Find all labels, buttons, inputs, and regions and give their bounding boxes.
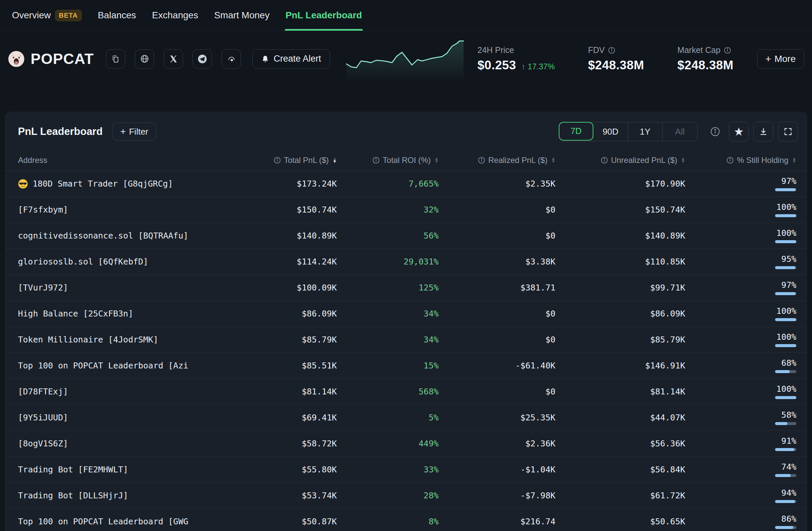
unrealized-pnl-cell: $86.09K: [555, 309, 685, 319]
holding-progress-bar: [775, 500, 796, 503]
info-icon[interactable]: [724, 47, 731, 54]
table-row[interactable]: [F7sfxbym] $150.74K 32% $0 $150.74K 100%: [5, 197, 807, 223]
table-row[interactable]: Top 100 on POPCAT Leaderboard [Azi $85.5…: [5, 353, 807, 379]
holding-progress-bar: [775, 526, 796, 529]
favorite-star-button[interactable]: ★: [729, 122, 749, 142]
sort-arrows[interactable]: ▲▼: [434, 157, 439, 163]
address-cell[interactable]: cognitivedissonance.sol [BQTRAAfu]: [18, 231, 227, 240]
address-cell[interactable]: [8ogV1S6Z]: [18, 439, 227, 448]
fullscreen-button[interactable]: [778, 122, 798, 142]
range-1y[interactable]: 1Y: [628, 122, 663, 141]
address-cell[interactable]: [TVurJ972]: [18, 283, 227, 293]
price-value: $0.253: [478, 58, 516, 72]
holding-percent-label: 86%: [781, 514, 796, 524]
telegram-icon[interactable]: [193, 49, 212, 69]
market-cap-label: Market Cap: [678, 45, 721, 55]
sort-arrows[interactable]: ▲▼: [551, 157, 555, 163]
nav-item-overview[interactable]: Overview BETA: [5, 0, 88, 31]
total-pnl-cell: $85.51K: [227, 361, 337, 371]
column-header-realized-pnl[interactable]: Realized PnL ($) ▲▼: [439, 156, 555, 165]
info-icon: [726, 157, 734, 164]
birdeye-icon[interactable]: [222, 49, 241, 69]
table-row[interactable]: cognitivedissonance.sol [BQTRAAfu] $140.…: [5, 223, 807, 249]
download-icon: [759, 127, 768, 136]
still-holding-cell: 100%: [685, 228, 796, 243]
table-row[interactable]: gloriososlb.sol [6QfKebfD] $114.24K 29,0…: [5, 249, 807, 275]
column-header-unrealized-pnl[interactable]: Unrealized PnL ($) ▲▼: [555, 156, 685, 165]
address-cell[interactable]: High Balance [25CxFB3n]: [18, 309, 227, 319]
address-cell[interactable]: Trading Bot [FE2MHWLT]: [18, 465, 227, 474]
column-header-total-roi[interactable]: Total ROI (%) ▲▼: [337, 156, 439, 165]
holding-progress-bar: [775, 396, 796, 399]
address-cell[interactable]: [9Y5iJUUD]: [18, 413, 227, 422]
address-cell[interactable]: Trading Bot [DLLSHjrJ]: [18, 491, 227, 500]
address-cell[interactable]: Token Millionaire [4JodrSMK]: [18, 335, 227, 345]
address-label: gloriososlb.sol [6QfKebfD]: [18, 257, 148, 266]
table-row[interactable]: 180D Smart Trader [G8qjGRCg] $173.24K 7,…: [5, 171, 807, 197]
address-cell[interactable]: 180D Smart Trader [G8qjGRCg]: [18, 179, 227, 189]
copy-icon[interactable]: [106, 49, 125, 69]
total-pnl-cell: $100.09K: [227, 283, 337, 293]
address-cell[interactable]: Top 100 on POPCAT Leaderboard [GWG: [18, 517, 227, 526]
sort-arrows[interactable]: ▲▼: [792, 157, 796, 163]
realized-pnl-cell: $25.35K: [439, 413, 555, 422]
holding-percent-label: 100%: [777, 306, 796, 316]
holding-progress-bar: [775, 214, 796, 217]
sort-arrows[interactable]: ▲▼: [332, 157, 337, 163]
range-all[interactable]: All: [663, 122, 697, 141]
total-pnl-cell: $53.74K: [227, 491, 337, 500]
unrealized-pnl-cell: $50.65K: [555, 517, 685, 526]
realized-pnl-cell: $216.74: [439, 517, 555, 526]
table-row[interactable]: [D78FTExj] $81.14K 568% $0 $81.14K 100%: [5, 379, 807, 405]
nav-item-exchanges[interactable]: Exchanges: [145, 0, 205, 31]
total-pnl-cell: $86.09K: [227, 309, 337, 319]
nav-balances-label: Balances: [98, 10, 136, 20]
nav-item-smart-money[interactable]: Smart Money: [207, 0, 276, 31]
more-button[interactable]: + More: [757, 49, 804, 69]
more-label: More: [774, 54, 796, 64]
table-header-row: Address Total PnL ($) ▲▼ Total ROI (%) ▲…: [5, 150, 807, 171]
info-icon[interactable]: [710, 127, 720, 137]
range-7d[interactable]: 7D: [559, 122, 593, 141]
holding-progress-bar: [775, 448, 796, 451]
price-sparkline: [342, 36, 467, 82]
address-cell[interactable]: [D78FTExj]: [18, 387, 227, 396]
address-label: Top 100 on POPCAT Leaderboard [Azi: [18, 361, 188, 371]
website-icon[interactable]: [135, 49, 154, 69]
nav-item-balances[interactable]: Balances: [91, 0, 143, 31]
address-cell[interactable]: Top 100 on POPCAT Leaderboard [Azi: [18, 361, 227, 371]
address-cell[interactable]: [F7sfxbym]: [18, 205, 227, 214]
total-roi-cell: 568%: [337, 387, 439, 396]
total-pnl-cell: $55.80K: [227, 465, 337, 474]
unrealized-pnl-cell: $56.36K: [555, 439, 685, 448]
plus-icon: +: [765, 54, 771, 64]
holding-percent-label: 100%: [777, 202, 796, 212]
x-icon[interactable]: [164, 49, 183, 69]
table-row[interactable]: High Balance [25CxFB3n] $86.09K 34% $0 $…: [5, 301, 807, 327]
realized-pnl-cell: $0: [439, 309, 555, 319]
column-header-still-holding[interactable]: % Still Holding ▲▼: [685, 156, 796, 165]
range-90d[interactable]: 90D: [593, 122, 628, 141]
table-row[interactable]: Token Millionaire [4JodrSMK] $85.79K 34%…: [5, 327, 807, 353]
column-header-address[interactable]: Address: [18, 156, 227, 165]
info-icon[interactable]: [608, 47, 615, 54]
sort-arrows[interactable]: ▲▼: [681, 157, 685, 163]
download-button[interactable]: [753, 122, 773, 142]
table-row[interactable]: Trading Bot [DLLSHjrJ] $53.74K 28% -$7.9…: [5, 483, 807, 509]
table-row[interactable]: Trading Bot [FE2MHWLT] $55.80K 33% -$1.0…: [5, 457, 807, 483]
total-pnl-cell: $140.89K: [227, 231, 337, 240]
top-nav: Overview BETA Balances Exchanges Smart M…: [0, 0, 812, 31]
table-row[interactable]: [TVurJ972] $100.09K 125% $381.71 $99.71K…: [5, 275, 807, 301]
table-row[interactable]: [9Y5iJUUD] $69.41K 5% $25.35K $44.07K 58…: [5, 405, 807, 431]
token-identity: POPCAT: [8, 49, 330, 69]
create-alert-button[interactable]: Create Alert: [252, 49, 330, 69]
nav-exchanges-label: Exchanges: [152, 10, 198, 20]
table-row[interactable]: [8ogV1S6Z] $58.72K 449% $2.36K $56.36K 9…: [5, 431, 807, 457]
total-roi-cell: 29,031%: [337, 257, 439, 266]
info-icon: [372, 157, 380, 164]
filter-button[interactable]: + Filter: [113, 123, 156, 141]
address-cell[interactable]: gloriososlb.sol [6QfKebfD]: [18, 257, 227, 266]
column-header-total-pnl[interactable]: Total PnL ($) ▲▼: [227, 156, 337, 165]
table-row[interactable]: Top 100 on POPCAT Leaderboard [GWG $50.8…: [5, 509, 807, 531]
nav-item-pnl-leaderboard[interactable]: PnL Leaderboard: [279, 0, 369, 31]
